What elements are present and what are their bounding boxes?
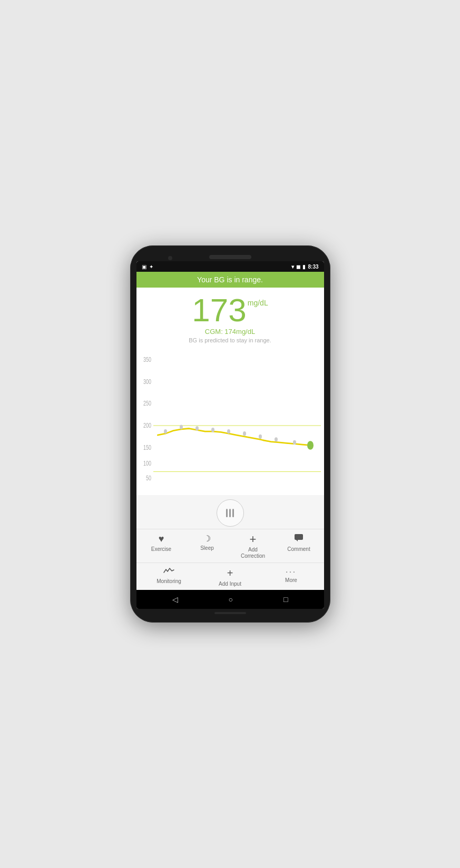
svg-rect-0 [295, 534, 303, 540]
phone-device: ▣ ✦ ▾ ◼ ▮ 8:33 Your BG is in range. 173 … [130, 245, 330, 623]
more-label: More [285, 577, 297, 583]
back-button[interactable]: ◁ [172, 595, 178, 604]
comment-button[interactable]: Comment [283, 534, 315, 559]
more-icon: ··· [286, 567, 297, 576]
chart-area: 350 300 250 200 150 100 50 [136, 349, 324, 495]
drag-handle-circle[interactable] [217, 499, 244, 527]
drag-handle-area[interactable] [136, 495, 324, 529]
y-label-100: 100 [143, 460, 151, 467]
exercise-label: Exercise [151, 546, 171, 553]
banner-text: Your BG is in range. [197, 275, 263, 284]
header-banner: Your BG is in range. [136, 272, 324, 288]
handle-bars [226, 509, 234, 517]
handle-bar-1 [226, 509, 228, 517]
status-right-icons: ▾ ◼ ▮ 8:33 [291, 264, 318, 270]
battery-icon: ▮ [302, 264, 306, 270]
y-label-300: 300 [143, 378, 151, 385]
bg-prediction: BG is predicted to stay in range. [136, 337, 324, 343]
moon-icon: ☽ [203, 534, 211, 544]
add-correction-label: AddCorrection [241, 547, 265, 559]
bg-chart: 350 300 250 200 150 100 50 [136, 349, 324, 495]
cgm-dot-7 [259, 435, 262, 439]
cgm-dot-8 [275, 437, 278, 441]
y-label-250: 250 [143, 400, 151, 407]
android-icon: ✦ [149, 264, 153, 270]
heart-icon: ♥ [159, 534, 164, 545]
android-nav-bar: ◁ ○ □ [136, 590, 324, 609]
signal-icon: ◼ [296, 264, 300, 270]
add-input-icon: + [227, 567, 233, 579]
status-left-icons: ▣ ✦ [142, 264, 153, 270]
cgm-dot-5 [227, 429, 230, 433]
status-time: 8:33 [308, 264, 318, 270]
quick-actions-bar: ♥ Exercise ☽ Sleep + AddCorrection Comme… [136, 529, 324, 563]
monitoring-icon [163, 567, 175, 577]
comment-label: Comment [287, 546, 310, 553]
bg-trace-line [158, 429, 310, 446]
svg-marker-1 [296, 540, 298, 541]
bg-unit: mg/dL [248, 299, 268, 307]
handle-bar-2 [229, 509, 231, 517]
comment-icon [294, 534, 304, 545]
recents-button[interactable]: □ [283, 595, 288, 604]
sleep-button[interactable]: ☽ Sleep [191, 534, 223, 559]
cgm-dot-4 [211, 428, 214, 432]
phone-top [136, 252, 324, 261]
cgm-dot-2 [180, 425, 183, 429]
cgm-reading: CGM: 174mg/dL [136, 328, 324, 336]
exercise-button[interactable]: ♥ Exercise [145, 534, 177, 559]
phone-speaker [209, 255, 251, 259]
y-label-350: 350 [143, 356, 151, 363]
more-nav[interactable]: ··· More [273, 567, 310, 587]
phone-camera [168, 256, 172, 260]
cgm-dot-1 [164, 429, 167, 433]
bg-number: 173 [192, 294, 246, 327]
phone-screen: ▣ ✦ ▾ ◼ ▮ 8:33 Your BG is in range. 173 … [136, 261, 324, 609]
current-bg-dot [307, 441, 314, 450]
bottom-nav: Monitoring + Add Input ··· More [136, 563, 324, 590]
add-input-nav[interactable]: + Add Input [212, 567, 249, 587]
phone-bottom [136, 609, 324, 616]
monitoring-nav[interactable]: Monitoring [151, 567, 188, 587]
plus-icon: + [250, 534, 257, 545]
cgm-dot-9 [293, 440, 296, 445]
wifi-icon: ▾ [291, 264, 294, 270]
cgm-dot-3 [195, 426, 199, 430]
home-button[interactable]: ○ [229, 595, 233, 604]
y-label-200: 200 [143, 422, 151, 429]
cgm-dot-6 [243, 431, 246, 436]
handle-bar-3 [232, 509, 234, 517]
status-bar: ▣ ✦ ▾ ◼ ▮ 8:33 [136, 261, 324, 272]
monitoring-label: Monitoring [156, 578, 181, 584]
add-correction-button[interactable]: + AddCorrection [237, 534, 269, 559]
add-input-label: Add Input [219, 581, 241, 587]
screenshot-icon: ▣ [142, 264, 146, 270]
bg-reading: 173 mg/dL [192, 294, 268, 327]
phone-home-indicator [214, 612, 246, 614]
y-label-150: 150 [143, 443, 151, 451]
sleep-label: Sleep [200, 545, 214, 551]
reading-area: 173 mg/dL CGM: 174mg/dL BG is predicted … [136, 288, 324, 349]
y-label-50: 50 [145, 475, 151, 482]
